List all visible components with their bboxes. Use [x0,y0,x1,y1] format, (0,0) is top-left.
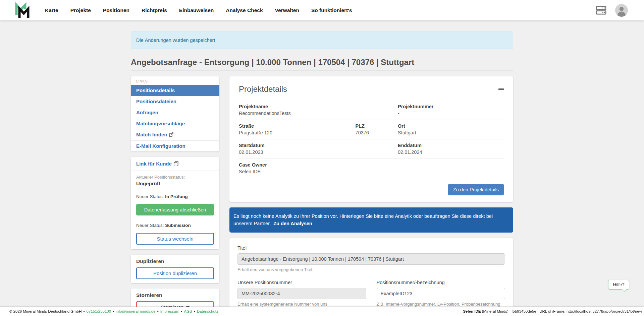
project-row-owner: Case Owner Selen IDE [239,159,504,178]
copy-icon [174,161,178,166]
new-status-value: Submission [165,223,191,228]
switch-status-button[interactable]: Status wechseln [136,233,214,245]
sidebar-item-email-konfiguration[interactable]: E-Mail Konfiguration [131,140,219,151]
footer-datenschutz-link[interactable]: Datenschutz [197,309,218,313]
main-column: Projektdetails Projektname Recommendatio… [229,76,513,316]
nav-item-richtpreis[interactable]: Richtpreis [136,7,173,13]
server-icon[interactable] [596,6,606,15]
project-row-name: Projektname RecommendationsTests Projekt… [239,101,504,120]
footer-left: © 2026 Mineral Minds Deutschland GmbH • … [9,309,218,313]
field-label: Straße [239,123,356,129]
logo-icon [14,2,30,18]
project-row-dates: Startdatum 02.01.2023 Enddatum 02.01.202… [239,139,504,159]
sidebar-item-positionsdetails[interactable]: Positionsdetails [131,85,219,96]
sidebar-item-match-finden[interactable]: Match finden [131,129,219,140]
duplicate-heading: Duplizieren [131,255,219,265]
duplicate-card: Duplizieren Position duplizieren [131,255,219,283]
to-analyses-link[interactable]: Zu den Analysen [273,221,312,226]
saved-alert-text: Die Änderungen wurden gespeichert [136,38,215,43]
footer-separator: • [84,309,85,313]
nav-item-positionen[interactable]: Positionen [97,7,136,13]
field-label: Ort [398,123,504,129]
new-status-value: In Prüfung [165,194,188,199]
field-value: 02.01.2023 [239,149,398,155]
field-value: Selen IDE [239,169,504,174]
footer-session-details: (Mineral Minds) | f5b93450de5e | URL of … [481,309,642,313]
footer-impressum-link[interactable]: Impressum [160,309,179,313]
external-link-icon [169,132,173,138]
cancel-heading: Stornieren [131,289,219,299]
new-status-row-1: Neuer Status: In Prüfung [131,191,219,202]
customer-link[interactable]: Link für Kunde [136,161,178,167]
field-label: Projektnummer [398,104,504,109]
nav-item-einbauweisen[interactable]: Einbauweisen [173,7,220,13]
field-value: RecommendationsTests [239,111,398,116]
links-card-header: LINKS [131,76,219,85]
page-container: Die Änderungen wurden gespeichert Angebo… [131,31,513,316]
analytics-banner: Es liegt noch keine Analytik zu Ihrer Po… [229,207,513,233]
position-number-input[interactable] [377,288,505,299]
footer-agb-link[interactable]: AGB [184,309,192,313]
sidebar-item-anfragen[interactable]: Anfragen [131,107,219,118]
footer-separator: • [113,309,114,313]
footer-separator: • [181,309,182,313]
titel-label: Titel [237,245,505,251]
links-card: LINKS Positionsdetails Positionsdateien … [131,76,219,151]
sidebar-item-positionsdateien[interactable]: Positionsdateien [131,96,219,107]
footer-separator: • [157,309,159,313]
project-details-card: Projektdetails Projektname Recommendatio… [229,76,513,202]
nav-item-so-funktionierts[interactable]: So funktioniert's [305,7,358,13]
sidebar-item-label: Anfragen [136,110,158,115]
nav-item-verwalten[interactable]: Verwalten [269,7,305,13]
footer-separator: • [194,309,195,313]
new-status-row-2: Neuer Status: Submission [131,220,219,231]
sidebar-item-matchingvorschlaege[interactable]: Matchingvorschläge [131,118,219,129]
position-number-help: Z.B. Interne-Vorgangsnummer, LV-Position… [377,302,505,307]
field-value: 70376 [356,130,398,135]
new-status-label: Neuer Status: [136,194,164,199]
to-project-details-button[interactable]: Zu den Projektdetails [448,184,504,195]
titel-help: Erhält den von uns vorgegebenen Titel. [237,267,505,272]
position-number-label: Positionsnummer/-bezeichnung [377,280,505,285]
project-details-heading: Projektdetails [239,84,287,94]
project-row-address: Straße Pragstraße 120 PLZ 70376 Ort Stut… [239,120,504,139]
nav-item-projekte[interactable]: Projekte [64,7,97,13]
nav-item-karte[interactable]: Karte [39,7,64,13]
divider [131,219,219,219]
position-form-card: Titel Erhält den von uns vorgegebenen Ti… [229,238,513,316]
field-label: PLZ [356,123,398,129]
field-label: Enddatum [398,143,504,148]
our-position-number-group: Unsere Positionsnummer Erhält eine syste… [237,280,366,307]
topbar-right [596,4,628,17]
nav-item-analyse-check[interactable]: Analyse Check [220,7,269,13]
content-columns: LINKS Positionsdetails Positionsdateien … [131,76,513,316]
page-title: Angebotsanfrage - Entsorgung | 10.000 To… [131,58,513,71]
footer-session-info: Selen IDE (Mineral Minds) | f5b93450de5e… [463,309,642,313]
analytics-banner-text: Es liegt noch keine Analytik zu Ihrer Po… [233,213,493,226]
sidebar-item-label: Match finden [136,132,167,137]
our-position-number-input[interactable] [237,288,366,299]
status-card: Link für Kunde Aktueller Positionsstatus… [131,157,219,249]
current-status-value: Ungeprüft [136,181,214,186]
our-position-number-label: Unsere Positionsnummer [237,280,366,285]
complete-data-entry-button[interactable]: Datenerfassung abschließen [136,204,214,215]
our-position-number-help: Erhält eine systemgenerierte Nummer von … [237,302,366,307]
customer-link-label: Link für Kunde [136,161,172,167]
divider [131,171,219,171]
current-status-label: Aktueller Positionsstatus: [136,175,214,180]
footer-phone-link[interactable]: 07151/250100 [87,309,111,313]
titel-input[interactable] [237,253,505,265]
help-button[interactable]: Hilfe? [608,280,629,290]
saved-alert: Die Änderungen wurden gespeichert [131,31,513,49]
top-navigation-bar: Karte Projekte Positionen Richtpreis Ein… [0,0,644,20]
mineral-minds-logo[interactable] [14,2,30,18]
sidebar-item-label: Positionsdetails [136,87,175,93]
user-avatar-icon[interactable] [615,4,628,17]
sidebar-item-label: E-Mail Konfiguration [136,143,185,149]
footer-email-link[interactable]: info@mineral-minds.de [116,309,155,313]
field-value: Stuttgart [398,130,504,135]
new-status-label: Neuer Status: [136,223,164,228]
sidebar-item-label: Matchingvorschläge [136,121,185,126]
collapse-minus-icon[interactable] [498,88,504,90]
duplicate-position-button[interactable]: Position duplizieren [136,267,214,279]
